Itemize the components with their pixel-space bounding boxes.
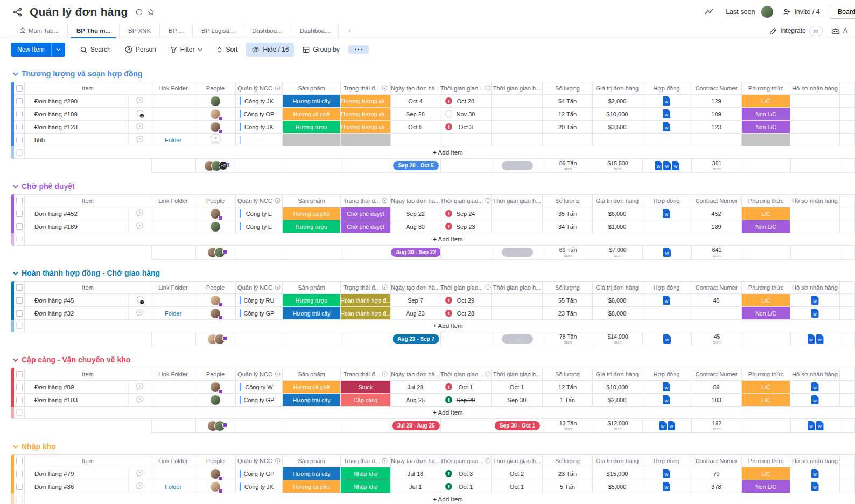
person-filter-button[interactable]: Person <box>120 43 162 57</box>
row-checkbox[interactable] <box>16 496 23 502</box>
chat-cell[interactable] <box>128 307 151 319</box>
receipt-docs-cell[interactable] <box>790 134 840 146</box>
payment-method-cell[interactable]: L/C <box>742 381 790 393</box>
created-date-cell[interactable]: Oct 4 <box>391 95 440 107</box>
tab-2[interactable]: BP XNK <box>120 24 160 38</box>
select-all-checkbox[interactable] <box>16 284 23 291</box>
quantity-cell[interactable]: 12 Tấn <box>543 381 593 393</box>
avatar-image[interactable] <box>210 96 221 107</box>
created-date-cell[interactable]: Aug 25 <box>391 394 440 406</box>
people-cell[interactable] <box>195 220 236 233</box>
contract-doc-icon[interactable]: w <box>816 334 824 344</box>
receipt-docs-cell[interactable] <box>790 95 840 107</box>
people-cell[interactable] <box>195 95 236 107</box>
contract-number-cell[interactable]: 89 <box>691 381 742 393</box>
delivery-due-cell[interactable]: !Oct 3 <box>440 467 492 480</box>
contract-file-cell[interactable]: w <box>642 294 691 306</box>
quantity-cell[interactable]: 23 Tấn <box>543 467 593 480</box>
product-status-cell[interactable]: Hương rượu <box>283 294 341 306</box>
payment-method-cell[interactable]: L/C <box>742 294 790 306</box>
chat-cell[interactable] <box>128 381 151 393</box>
quantity-cell[interactable]: 20 Tấn <box>543 121 593 133</box>
contract-file-cell[interactable]: w <box>642 381 691 393</box>
column-header-3[interactable]: Quản lý NCC <box>236 282 283 293</box>
add-conversation-icon[interactable] <box>136 309 144 318</box>
contract-number-cell[interactable]: 79 <box>691 467 742 480</box>
column-header-12[interactable]: Contract Numer <box>691 82 742 94</box>
column-header-12[interactable]: Contract Numer <box>691 368 742 380</box>
payment-method-cell[interactable]: Non L/C <box>742 480 790 493</box>
column-header-14[interactable]: Hồ sơ nhận hàng <box>790 195 840 207</box>
select-all-checkbox[interactable] <box>16 371 23 377</box>
payment-method-cell[interactable] <box>742 134 790 146</box>
link-folder-cell[interactable]: Folder <box>151 134 195 146</box>
tab-0[interactable]: Main Tab... <box>11 24 68 38</box>
quantity-cell[interactable]: 54 Tấn <box>543 95 593 107</box>
product-status-cell[interactable]: Hương trái cây <box>283 95 341 107</box>
ncc-cell[interactable]: Công ty JK <box>236 95 283 107</box>
quantity-cell[interactable] <box>543 134 593 146</box>
row-checkbox[interactable] <box>16 211 23 217</box>
payment-method-cell[interactable]: Non L/C <box>742 307 790 319</box>
item-cell[interactable]: hhh <box>25 134 151 146</box>
add-conversation-icon[interactable] <box>136 469 144 478</box>
contract-number-cell[interactable]: 129 <box>691 95 742 107</box>
people-cell[interactable] <box>195 134 236 146</box>
column-header-3[interactable]: Quản lý NCC <box>236 82 283 94</box>
people-cell[interactable] <box>195 394 236 406</box>
contract-doc-icon[interactable]: w <box>663 334 671 344</box>
collapse-chevron-icon[interactable] <box>13 71 18 76</box>
column-header-6[interactable]: Ngày tạo đơn hà... <box>391 455 440 467</box>
contract-doc-icon[interactable]: w <box>672 161 679 170</box>
column-header-11[interactable]: Hợp đồng <box>642 82 691 94</box>
column-header-8[interactable]: Thời gian giao h... <box>492 195 543 207</box>
column-header-11[interactable]: Hợp đồng <box>642 195 691 207</box>
column-header-10[interactable]: Giá trị đơn hàng <box>593 282 642 293</box>
select-all-checkbox[interactable] <box>16 458 23 464</box>
chat-badge-icon[interactable]: 1 <box>136 296 144 305</box>
payment-method-cell[interactable]: Non L/C <box>742 108 790 120</box>
column-header-13[interactable]: Phương thức <box>742 368 790 380</box>
contract-number-cell[interactable]: 378 <box>691 480 742 493</box>
tab-4[interactable]: BP Logisti... <box>193 24 243 38</box>
created-date-cell[interactable]: Jul 18 <box>391 467 440 480</box>
row-checkbox[interactable] <box>16 111 23 117</box>
contract-doc-icon[interactable]: w <box>811 296 819 305</box>
order-status-cell[interactable]: Thương lượng và ... <box>341 121 391 133</box>
delivered-date-cell[interactable] <box>492 108 543 120</box>
delivered-date-cell[interactable] <box>492 95 543 107</box>
column-header-13[interactable]: Phương thức <box>742 82 790 94</box>
link-folder-cell[interactable] <box>151 207 195 220</box>
payment-method-cell[interactable]: L/C <box>742 467 790 480</box>
column-header-7[interactable]: Thời gian giao... <box>440 282 492 293</box>
quantity-cell[interactable]: 35 Tấn <box>543 207 593 220</box>
created-date-cell[interactable]: Jul 1 <box>391 480 440 493</box>
contract-doc-icon[interactable]: w <box>668 421 675 430</box>
row-checkbox[interactable] <box>16 409 23 416</box>
product-status-cell[interactable]: Hương rượu <box>283 121 341 133</box>
add-item-label[interactable]: + Add Item <box>25 146 855 158</box>
contract-file-cell[interactable] <box>642 307 691 319</box>
row-checkbox[interactable] <box>16 397 23 403</box>
column-header-11[interactable]: Hợp đồng <box>642 282 691 293</box>
people-cell[interactable] <box>195 108 236 120</box>
column-header-10[interactable]: Giá trị đơn hàng <box>593 195 642 207</box>
contract-number-cell[interactable]: 45 <box>691 294 742 306</box>
row-checkbox[interactable] <box>16 484 23 490</box>
group-title[interactable]: Thương lượng và soạn hợp đồng <box>13 69 855 78</box>
add-item-label[interactable]: + Add Item <box>25 233 855 245</box>
order-value-cell[interactable]: $2,000 <box>593 95 642 107</box>
order-value-cell[interactable]: $5,000 <box>593 480 642 493</box>
column-header-0[interactable]: Item <box>25 282 151 293</box>
hide-columns-button[interactable]: Hide / 16 <box>246 43 294 57</box>
order-value-cell[interactable]: $6,000 <box>593 207 642 220</box>
group-title[interactable]: Cập cảng - Vận chuyển về kho <box>13 355 855 364</box>
column-header-7[interactable]: Thời gian giao... <box>440 455 492 467</box>
contract-file-cell[interactable]: w <box>642 480 691 493</box>
contract-number-cell[interactable]: 189 <box>691 220 742 233</box>
column-header-12[interactable]: Contract Numer <box>691 195 742 207</box>
order-status-cell[interactable]: Chờ phê duyệt <box>341 207 391 220</box>
column-header-7[interactable]: Thời gian giao... <box>440 82 492 94</box>
add-conversation-icon[interactable] <box>136 122 144 131</box>
order-status-cell[interactable]: Nhập kho <box>341 480 391 493</box>
